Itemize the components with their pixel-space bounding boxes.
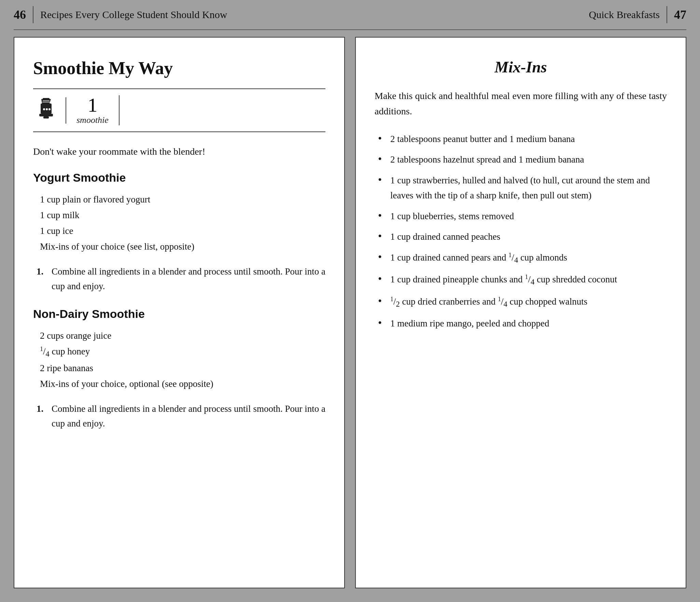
yogurt-smoothie-title: Yogurt Smoothie [33,171,325,184]
instruction-number: 1. [37,264,46,294]
blender-icon [37,97,55,124]
bullet-icon: • [378,173,385,187]
page-header: 46 Recipes Every College Student Should … [0,0,700,29]
yield-label: smoothie [76,115,109,125]
svg-rect-4 [43,116,49,118]
mixins-list: • 2 tablespoons peanut butter and 1 medi… [375,131,667,337]
mixin-item: • 1 medium ripe mango, peeled and choppe… [378,316,667,331]
ingredient-item: 1/4 cup honey [40,344,325,361]
ingredient-item: 2 ripe bananas [40,361,325,376]
header-divider-right [667,6,667,23]
left-page-number: 46 [14,8,26,22]
yield-number: 1 [87,95,97,115]
mixin-item: • 2 tablespoons peanut butter and 1 medi… [378,131,667,147]
bullet-icon: • [378,229,385,243]
bullet-icon: • [378,250,385,264]
header-right: Quick Breakfasts 47 [350,6,686,23]
ingredient-item: Mix-ins of your choice (see list, opposi… [40,239,325,255]
ingredient-item: 1 cup plain or flavored yogurt [40,192,325,208]
recipe-intro: Don't wake your roommate with the blende… [33,144,325,159]
mixin-item: • 2 tablespoons hazelnut spread and 1 me… [378,152,667,167]
right-header-title: Quick Breakfasts [589,9,660,20]
mixin-text: 1 cup strawberries, hulled and halved (t… [390,173,667,203]
mixin-item: • 1 cup drained canned pears and 1/4 cup… [378,250,667,267]
pages-container: Smoothie My Way [0,30,700,602]
mixin-text: 1 cup drained pineapple chunks and 1/4 c… [390,272,617,289]
svg-point-9 [48,108,51,110]
mixins-title: Mix-Ins [375,58,667,76]
left-header-title: Recipes Every College Student Should Kno… [40,9,227,20]
bullet-icon: • [378,294,385,308]
bullet-icon: • [378,272,385,286]
mixin-text: 1/2 cup dried cranberries and 1/4 cup ch… [390,294,587,311]
bullet-icon: • [378,209,385,223]
mixin-text: 2 tablespoons hazelnut spread and 1 medi… [390,152,584,167]
mixin-item: • 1 cup drained canned peaches [378,229,667,244]
svg-rect-2 [43,98,50,100]
blender-icon-section [33,97,66,124]
right-page-number: 47 [674,8,686,22]
nondairy-smoothie-section: Non-Dairy Smoothie 2 cups orange juice 1… [33,307,325,445]
instruction-item: 1. Combine all ingredients in a blender … [33,402,325,431]
mixins-intro: Make this quick and healthful meal even … [375,88,667,119]
yogurt-smoothie-section: Yogurt Smoothie 1 cup plain or flavored … [33,171,325,307]
header-left: 46 Recipes Every College Student Should … [14,6,350,23]
bullet-icon: • [378,152,385,166]
ingredient-item: 2 cups orange juice [40,328,325,344]
nondairy-ingredients: 2 cups orange juice 1/4 cup honey 2 ripe… [33,328,325,392]
svg-point-7 [43,108,45,110]
bullet-icon: • [378,316,385,330]
yield-section: 1 smoothie [66,95,120,125]
right-page: Mix-Ins Make this quick and healthful me… [355,37,686,588]
mixin-item: • 1 cup strawberries, hulled and halved … [378,173,667,203]
left-page: Smoothie My Way [14,37,345,588]
mixin-text: 1 medium ripe mango, peeled and chopped [390,316,549,331]
mixin-item: • 1 cup blueberries, stems removed [378,209,667,224]
instruction-number: 1. [37,402,46,431]
nondairy-smoothie-title: Non-Dairy Smoothie [33,307,325,321]
instruction-text: Combine all ingredients in a blender and… [52,264,325,294]
yogurt-ingredients: 1 cup plain or flavored yogurt 1 cup mil… [33,192,325,255]
ingredient-item: 1 cup ice [40,223,325,239]
svg-point-8 [46,108,48,110]
mixin-item: • 1/2 cup dried cranberries and 1/4 cup … [378,294,667,311]
nondairy-instructions: 1. Combine all ingredients in a blender … [33,402,325,431]
bullet-icon: • [378,131,385,146]
recipe-meta: 1 smoothie [33,88,325,132]
mixin-text: 1 cup drained canned peaches [390,229,500,244]
mixin-text: 1 cup blueberries, stems removed [390,209,514,224]
mixin-item: • 1 cup drained pineapple chunks and 1/4… [378,272,667,289]
yogurt-instructions: 1. Combine all ingredients in a blender … [33,264,325,294]
header-divider-left [33,6,33,23]
svg-rect-3 [39,114,53,116]
instruction-item: 1. Combine all ingredients in a blender … [33,264,325,294]
recipe-title: Smoothie My Way [33,58,325,78]
ingredient-item: 1 cup milk [40,208,325,223]
ingredient-item: Mix-ins of your choice, optional (see op… [40,376,325,392]
mixin-text: 1 cup drained canned pears and 1/4 cup a… [390,250,567,267]
mixin-text: 2 tablespoons peanut butter and 1 medium… [390,131,575,147]
instruction-text: Combine all ingredients in a blender and… [52,402,325,431]
